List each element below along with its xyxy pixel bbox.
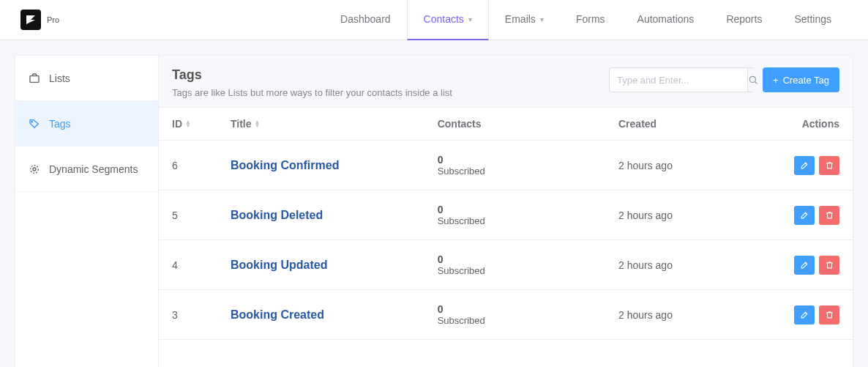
- chevron-down-icon: ▾: [468, 15, 472, 23]
- delete-button[interactable]: [819, 305, 839, 325]
- main: Tags Tags are like Lists but more ways t…: [159, 56, 853, 367]
- tag-title-link[interactable]: Booking Updated: [231, 259, 327, 272]
- trash-icon: [825, 160, 834, 170]
- table-body: 6Booking Confirmed0Subscribed2 hours ago…: [159, 141, 853, 340]
- tag-title-link[interactable]: Booking Confirmed: [231, 159, 339, 172]
- search-wrap: [609, 67, 755, 92]
- edit-icon: [800, 310, 809, 319]
- col-created-label: Created: [618, 118, 656, 130]
- delete-button[interactable]: [819, 156, 839, 175]
- sidebar-item-segments[interactable]: Dynamic Segments: [15, 147, 158, 192]
- edit-button[interactable]: [794, 305, 815, 325]
- search-button[interactable]: [747, 68, 758, 92]
- page-header: Tags Tags are like Lists but more ways t…: [159, 56, 853, 108]
- table-header: ID ▲▼ Title ▲▼ Contacts Created Actions: [159, 108, 853, 141]
- nav-emails[interactable]: Emails ▾: [489, 0, 560, 40]
- row-contacts: 0Subscribed: [438, 204, 618, 226]
- svg-point-3: [31, 165, 39, 173]
- row-id: 4: [172, 259, 231, 271]
- tag-icon: [29, 118, 40, 130]
- search-input[interactable]: [610, 68, 747, 92]
- logo[interactable]: Pro: [20, 10, 59, 30]
- nav-reports-label: Reports: [726, 13, 762, 25]
- tag-title-link[interactable]: Booking Created: [231, 308, 324, 322]
- search-icon: [748, 75, 758, 85]
- nav-automations[interactable]: Automations: [621, 0, 711, 40]
- row-actions: [774, 305, 839, 325]
- page-title: Tags: [172, 67, 609, 83]
- briefcase-icon: [29, 73, 40, 84]
- delete-button[interactable]: [819, 256, 839, 275]
- create-tag-button[interactable]: + Create Tag: [763, 67, 839, 92]
- row-created: 2 hours ago: [618, 210, 774, 221]
- logo-mark: [20, 10, 41, 30]
- row-id: 3: [172, 309, 231, 321]
- nav-dashboard[interactable]: Dashboard: [324, 0, 407, 40]
- topbar: Pro Dashboard Contacts ▾ Emails ▾ Forms …: [0, 0, 868, 40]
- page-subtitle: Tags are like Lists but more ways to fil…: [172, 87, 609, 98]
- trash-icon: [825, 210, 834, 220]
- svg-point-2: [33, 168, 36, 171]
- row-contacts: 0Subscribed: [438, 303, 618, 326]
- col-actions-label: Actions: [802, 118, 839, 130]
- pro-badge: Pro: [47, 15, 59, 24]
- row-actions: [774, 206, 839, 225]
- nav-settings[interactable]: Settings: [778, 0, 848, 40]
- edit-icon: [800, 160, 809, 170]
- nav-emails-label: Emails: [505, 13, 536, 25]
- col-actions: Actions: [774, 118, 839, 130]
- row-actions: [774, 256, 839, 275]
- table-row: 6Booking Confirmed0Subscribed2 hours ago: [159, 141, 853, 190]
- sidebar-item-tags[interactable]: Tags: [15, 101, 158, 147]
- nav-reports[interactable]: Reports: [710, 0, 778, 40]
- topnav: Dashboard Contacts ▾ Emails ▾ Forms Auto…: [324, 0, 848, 40]
- edit-button[interactable]: [794, 156, 815, 175]
- edit-icon: [800, 210, 809, 220]
- chevron-down-icon: ▾: [540, 15, 544, 23]
- svg-rect-0: [30, 75, 39, 82]
- sidebar-item-lists[interactable]: Lists: [15, 56, 158, 101]
- col-title[interactable]: Title ▲▼: [231, 118, 438, 130]
- row-contacts: 0Subscribed: [438, 253, 618, 276]
- nav-dashboard-label: Dashboard: [340, 13, 391, 25]
- segments-icon: [29, 163, 40, 175]
- edit-button[interactable]: [794, 206, 815, 225]
- nav-forms[interactable]: Forms: [560, 0, 621, 40]
- panel: Lists Tags Dynamic Segments Tags Tags ar…: [15, 55, 853, 367]
- nav-forms-label: Forms: [576, 13, 605, 25]
- sidebar-segments-label: Dynamic Segments: [49, 163, 138, 175]
- row-created: 2 hours ago: [618, 259, 774, 271]
- plus-icon: +: [773, 75, 779, 86]
- row-actions: [774, 156, 839, 175]
- trash-icon: [825, 310, 834, 319]
- table-row: 3Booking Created0Subscribed2 hours ago: [159, 290, 853, 340]
- delete-button[interactable]: [819, 206, 839, 225]
- row-id: 5: [172, 210, 231, 221]
- create-tag-label: Create Tag: [783, 75, 829, 86]
- row-created: 2 hours ago: [618, 309, 774, 321]
- nav-settings-label: Settings: [794, 13, 831, 25]
- svg-line-5: [755, 82, 757, 84]
- col-id-label: ID: [172, 118, 182, 130]
- tag-title-link[interactable]: Booking Deleted: [231, 209, 323, 222]
- sidebar-tags-label: Tags: [49, 118, 71, 130]
- logo-icon: [24, 13, 37, 26]
- row-id: 6: [172, 160, 231, 171]
- sort-icon: ▲▼: [255, 120, 261, 127]
- col-id[interactable]: ID ▲▼: [172, 118, 231, 130]
- sidebar: Lists Tags Dynamic Segments: [15, 56, 159, 367]
- sidebar-lists-label: Lists: [49, 73, 70, 84]
- row-created: 2 hours ago: [618, 160, 774, 171]
- content: Lists Tags Dynamic Segments Tags Tags ar…: [0, 40, 868, 367]
- table-row: 5Booking Deleted0Subscribed2 hours ago: [159, 190, 853, 240]
- row-contacts: 0Subscribed: [438, 154, 618, 177]
- col-contacts-label: Contacts: [438, 118, 482, 130]
- col-created: Created: [618, 118, 774, 130]
- edit-button[interactable]: [794, 256, 815, 275]
- col-contacts: Contacts: [438, 118, 618, 130]
- table-row: 4Booking Updated0Subscribed2 hours ago: [159, 240, 853, 290]
- trash-icon: [825, 260, 834, 270]
- nav-contacts[interactable]: Contacts ▾: [407, 0, 489, 40]
- svg-point-4: [749, 76, 755, 82]
- col-title-label: Title: [231, 118, 252, 130]
